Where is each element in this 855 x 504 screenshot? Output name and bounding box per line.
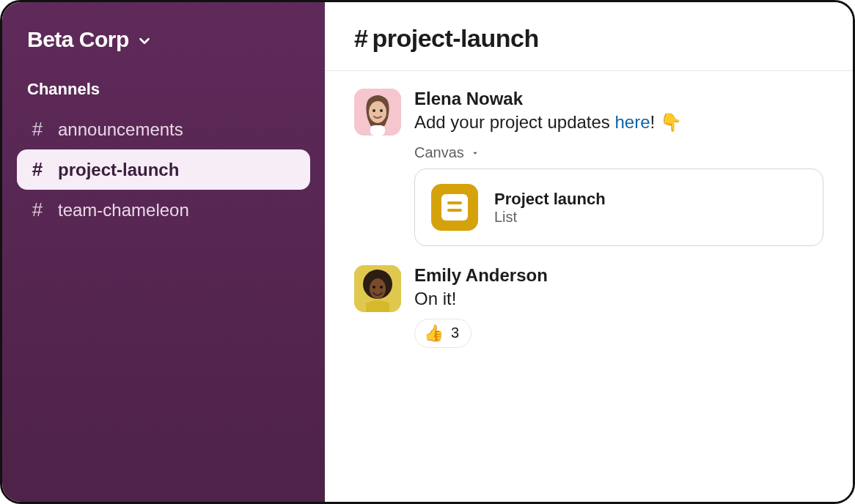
message-author[interactable]: Elena Nowak	[414, 89, 823, 109]
message: Emily Anderson On it! 👍 3	[354, 265, 823, 347]
channel-item-announcements[interactable]: # announcements	[17, 109, 310, 149]
message-text: Add your project updates here! 👇	[414, 111, 823, 134]
app-window: Beta Corp Channels # announcements # pro…	[0, 0, 855, 504]
list-doc-icon	[431, 184, 478, 231]
svg-point-3	[373, 109, 375, 112]
attachment-section-label: Canvas	[414, 144, 464, 161]
main-panel: #project-launch E	[325, 2, 853, 502]
workspace-name: Beta Corp	[27, 27, 129, 52]
workspace-switcher[interactable]: Beta Corp	[17, 23, 310, 65]
avatar[interactable]	[354, 265, 401, 312]
channel-name: project-launch	[372, 24, 538, 52]
attachment-subtitle: List	[494, 209, 606, 226]
channel-label: project-launch	[58, 160, 179, 180]
avatar-image	[354, 89, 401, 136]
message-link[interactable]: here	[615, 112, 650, 132]
channel-label: team-chameleon	[58, 200, 189, 220]
reaction-thumbs-up[interactable]: 👍 3	[414, 319, 471, 348]
channel-label: announcements	[58, 119, 183, 140]
attachment-text: Project launch List	[494, 190, 606, 226]
svg-point-9	[380, 286, 383, 289]
caret-down-icon	[470, 148, 480, 158]
chevron-down-icon	[136, 33, 153, 49]
channel-list: # announcements # project-launch # team-…	[17, 109, 310, 230]
attachment-section-toggle[interactable]: Canvas	[414, 144, 823, 161]
pointing-down-emoji: 👇	[660, 111, 682, 134]
sidebar: Beta Corp Channels # announcements # pro…	[2, 2, 325, 502]
channel-header: #project-launch	[325, 2, 853, 71]
hash-icon: #	[29, 158, 46, 181]
channel-item-project-launch[interactable]: # project-launch	[17, 149, 310, 190]
svg-rect-2	[370, 125, 385, 136]
message: Elena Nowak Add your project updates her…	[354, 89, 823, 246]
avatar[interactable]	[354, 89, 401, 136]
attachment-title: Project launch	[494, 190, 606, 209]
channels-heading: Channels	[17, 65, 310, 109]
channel-item-team-chameleon[interactable]: # team-chameleon	[17, 190, 310, 230]
svg-point-8	[373, 286, 375, 289]
avatar-image	[354, 265, 401, 312]
reaction-count: 3	[451, 325, 459, 341]
svg-point-4	[380, 109, 383, 112]
thumbs-up-emoji: 👍	[424, 324, 444, 343]
message-author[interactable]: Emily Anderson	[414, 265, 823, 286]
channel-title[interactable]: #project-launch	[354, 24, 823, 53]
svg-point-1	[369, 101, 386, 123]
hash-icon: #	[354, 24, 367, 52]
attachment-block: Canvas Project launch List	[414, 144, 823, 246]
hash-icon: #	[29, 199, 46, 221]
message-text: On it!	[414, 287, 823, 311]
attachment-card[interactable]: Project launch List	[414, 168, 823, 246]
reaction-row: 👍 3	[414, 319, 823, 348]
message-list: Elena Nowak Add your project updates her…	[325, 71, 853, 385]
hash-icon: #	[29, 118, 46, 141]
message-body: Elena Nowak Add your project updates her…	[414, 89, 823, 246]
message-body: Emily Anderson On it! 👍 3	[414, 265, 823, 347]
